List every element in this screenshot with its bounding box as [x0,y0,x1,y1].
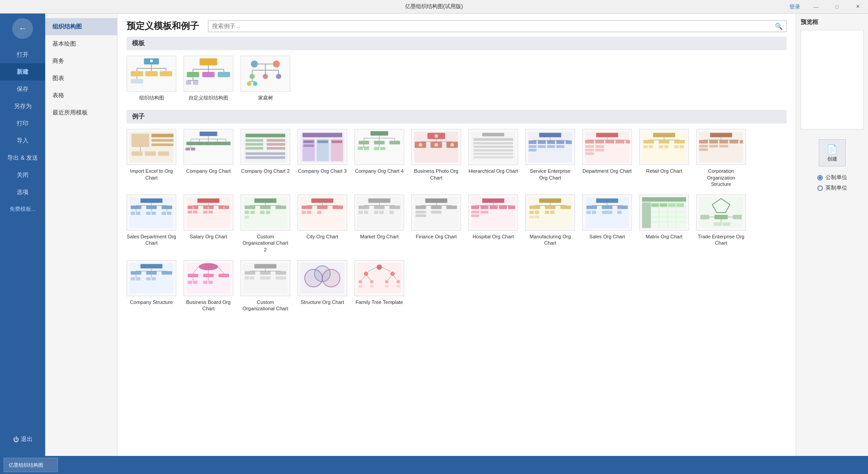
svg-rect-369 [370,285,374,288]
svg-rect-210 [275,206,286,209]
example-business-board[interactable]: Business Board Org Chart [184,260,233,312]
minimize-btn[interactable]: — [806,0,826,14]
sidebar-item-options[interactable]: 选项 [0,184,45,201]
svg-rect-274 [596,199,618,203]
search-input[interactable] [212,23,775,29]
svg-point-366 [385,280,389,284]
template-label-custom-org: 自定义组织结构图 [189,95,228,101]
example-thumb-hierarchical [468,129,518,165]
example-company-org-4[interactable]: Company Org Chart 4 [354,129,404,187]
example-sales-org[interactable]: Sales Org Chart [582,194,632,253]
content-scroll[interactable]: 模板 [118,37,796,456]
example-company-structure[interactable]: Company Structure [127,260,176,312]
sidebar-item-saveas[interactable]: 另存为 [0,98,45,115]
svg-rect-334 [203,281,208,284]
svg-rect-99 [374,147,379,150]
sidebar-item-import[interactable]: 导入 [0,132,45,149]
svg-rect-271 [529,216,534,218]
example-matrix-org[interactable]: Matrix Org Chart [639,194,689,253]
example-structure-org[interactable]: Structure Org Chart [297,260,347,312]
example-manufacturing-org[interactable]: Manufacturing Org Chart [525,194,575,253]
svg-rect-118 [473,153,513,155]
svg-rect-20 [217,72,230,77]
example-retail-org[interactable]: Retail Org Chart [639,129,689,187]
svg-rect-23 [186,81,191,85]
sidebar-item-open[interactable]: 打开 [0,46,45,63]
radio-metric-label: 公制单位 [826,174,847,181]
svg-rect-81 [303,141,314,143]
svg-rect-116 [473,146,513,148]
svg-rect-58 [195,142,204,146]
example-service-enterprise[interactable]: Service Enterprise Org Chart [525,129,575,187]
close-btn[interactable]: ✕ [847,0,868,14]
sidebar-item-basic[interactable]: 基本绘图 [45,35,117,52]
example-company-org-1[interactable]: Company Org Chart [184,129,233,187]
svg-rect-233 [359,211,363,214]
example-finance-org[interactable]: Finance Org Chart [411,194,461,253]
example-label-retail-org: Retail Org Chart [646,168,682,174]
taskbar-item-app[interactable]: 亿墨组织结构图 [4,458,58,472]
sidebar-item-business[interactable]: 商务 [45,52,117,70]
free-template-btn[interactable]: 免费模板... [2,203,43,216]
sidebar-item-save[interactable]: 保存 [0,81,45,98]
example-thumb-company-structure [127,260,176,296]
template-family-tree[interactable]: 家庭树 [241,56,290,101]
search-icon[interactable]: 🔍 [775,23,783,30]
svg-rect-127 [557,141,565,144]
svg-rect-160 [679,145,684,148]
example-salary-org[interactable]: $ $ $ Salary Org Chart [184,194,233,253]
example-hierarchical[interactable]: Hierarchical Org Chart [468,129,518,187]
template-custom-org[interactable]: 自定义组织结构图 [184,56,233,101]
svg-rect-307 [713,223,722,226]
svg-rect-296 [660,204,667,207]
svg-rect-205 [255,199,277,203]
sidebar-item-recent[interactable]: 最近所用模板 [45,104,117,121]
svg-point-26 [273,61,280,68]
example-sales-dept[interactable]: Sales Department Org Chart [127,194,176,253]
svg-rect-282 [602,211,612,214]
svg-rect-308 [722,223,731,226]
radio-imperial[interactable]: 英制单位 [817,184,847,192]
radio-metric[interactable]: 公制单位 [817,174,847,181]
example-trade-enterprise[interactable]: Trade Enterprise Org Chart [696,194,746,253]
example-thumb-salary-org: $ $ $ [184,194,233,231]
maximize-btn[interactable]: □ [826,0,847,14]
svg-rect-317 [131,277,135,280]
sidebar-item-table[interactable]: 表格 [45,87,117,104]
svg-rect-64 [185,148,190,151]
svg-rect-253 [481,206,489,209]
example-family-tree-tmpl[interactable]: Family Tree Template [354,260,404,312]
svg-rect-371 [396,285,400,288]
login-link[interactable]: 登录 [785,0,805,14]
example-company-org-2[interactable]: Company Org Chart 2 [241,129,290,187]
app-title: 亿墨组织结构图(试用版) [405,3,463,10]
sidebar-item-export[interactable]: 导出 & 发送 [0,149,45,166]
example-company-org-3[interactable]: Company Org Chart 3 [297,129,347,187]
back-button[interactable]: ← [12,18,33,39]
exit-btn[interactable]: ⏻ 退出 [9,431,36,447]
svg-rect-85 [371,131,388,136]
example-business-photo[interactable]: Business Photo Org Chart [411,129,461,187]
example-department-org[interactable]: Department Org Chart [582,129,632,187]
create-icon: 📄 [826,144,838,155]
example-label-city-org: City Org Chart [307,233,338,240]
example-city-org[interactable]: City Org Chart [297,194,347,253]
svg-rect-133 [557,145,565,148]
example-corporation-org[interactable]: Corporation Organization Structure [696,129,746,187]
radio-group: 公制单位 英制单位 [817,174,847,194]
sidebar-item-new[interactable]: 新建 [0,63,45,81]
example-hospital-org[interactable]: Hospital Org Chart [468,194,518,253]
example-custom-org-chart[interactable]: Custom Organizational Chart [241,260,290,312]
svg-rect-175 [141,199,163,203]
sidebar-item-chart[interactable]: 图表 [45,70,117,87]
example-import-excel[interactable]: Import Excel to Org Chart [127,129,176,187]
example-market-org[interactable]: Market Org Chart [354,194,404,253]
template-org-structure[interactable]: 组织结构图 [127,56,176,101]
sidebar-item-print[interactable]: 打印 [0,115,45,132]
sidebar-item-orgchart[interactable]: 组织结构图 [45,18,117,35]
example-custom-org-2[interactable]: Custom Organizational Chart 2 [241,194,290,253]
create-button[interactable]: 📄 创建 [819,139,846,166]
sidebar-item-close[interactable]: 关闭 [0,166,45,184]
example-label-custom-org-2: Custom Organizational Chart 2 [241,233,290,253]
svg-rect-73 [267,147,285,150]
